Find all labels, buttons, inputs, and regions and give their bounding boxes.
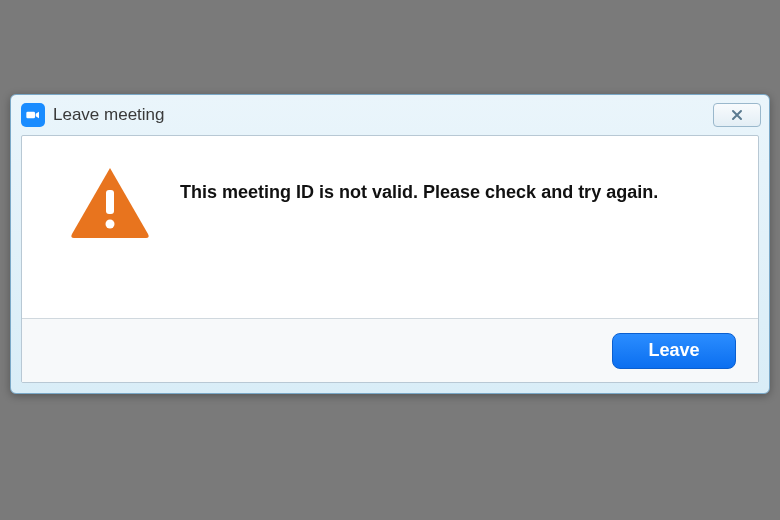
warning-icon [70,166,150,242]
dialog-title: Leave meeting [53,105,713,125]
button-bar: Leave [22,318,758,382]
title-bar: Leave meeting [11,95,769,135]
svg-rect-1 [106,190,114,214]
message-area: This meeting ID is not valid. Please che… [22,136,758,318]
leave-meeting-dialog: Leave meeting This meeting ID is not val… [10,94,770,394]
svg-point-2 [106,220,115,229]
svg-rect-0 [26,112,35,119]
zoom-app-icon [21,103,45,127]
close-button[interactable] [713,103,761,127]
close-icon [730,108,744,122]
camera-icon [25,107,41,123]
content-panel: This meeting ID is not valid. Please che… [21,135,759,383]
error-message: This meeting ID is not valid. Please che… [180,164,658,203]
leave-button[interactable]: Leave [612,333,736,369]
